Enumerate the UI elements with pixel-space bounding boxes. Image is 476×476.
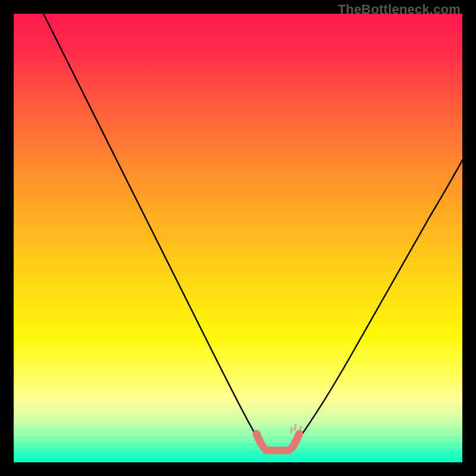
bottleneck-curve: [37, 14, 462, 448]
curve-layer: [14, 14, 462, 462]
optimal-zone-noise: [291, 424, 301, 433]
svg-line-7: [295, 424, 296, 430]
plot-area: [14, 14, 462, 462]
chart-container: TheBottleneck.com: [0, 0, 476, 476]
svg-line-8: [291, 428, 292, 433]
optimal-zone-marker: [256, 434, 299, 450]
bottom-streaks: [14, 399, 462, 452]
